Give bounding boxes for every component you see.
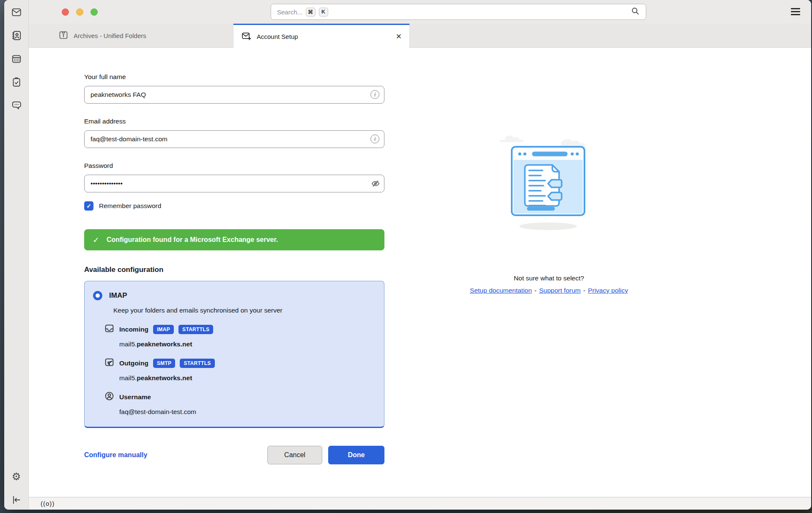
form-footer: Configure manually Cancel Done <box>84 446 384 464</box>
chat-space-icon[interactable] <box>11 100 22 111</box>
document-browser-illustration <box>494 126 604 234</box>
tab-label: Archives - Unified Folders <box>74 32 146 39</box>
help-links: Setup documentation-Support forum-Privac… <box>441 287 657 294</box>
archive-folder-icon <box>58 30 69 41</box>
search-placeholder: Search... <box>277 8 302 16</box>
close-window-button[interactable] <box>62 8 69 16</box>
password-group: Password <box>84 162 384 192</box>
imap-radio-button[interactable] <box>93 291 102 300</box>
help-question: Not sure what to select? <box>441 274 657 282</box>
status-bar: ((o)) <box>29 497 811 510</box>
mail-space-icon[interactable] <box>11 7 22 18</box>
success-check-icon: ✓ <box>93 235 99 245</box>
protocol-name: IMAP <box>109 291 127 300</box>
outgoing-security-badge: STARTTLS <box>180 359 214 368</box>
collapse-sidebar-icon[interactable] <box>11 494 22 505</box>
address-book-space-icon[interactable] <box>11 30 22 41</box>
full-name-label: Your full name <box>84 73 384 81</box>
outgoing-label: Outgoing <box>119 359 148 367</box>
minimize-window-button[interactable] <box>76 8 83 16</box>
user-icon <box>104 391 115 403</box>
available-configuration-heading: Available configuration <box>84 266 384 274</box>
k-keycap: K <box>319 8 328 16</box>
close-tab-icon[interactable]: ✕ <box>396 33 402 40</box>
account-setup-content: Your full name i Email address i Passwor… <box>29 48 811 497</box>
username-label: Username <box>119 393 151 401</box>
incoming-security-badge: STARTTLS <box>178 325 213 334</box>
banner-text: Configuration found for a Microsoft Exch… <box>107 236 278 244</box>
zoom-window-button[interactable] <box>91 8 98 16</box>
remember-password-row: ✓ Remember password <box>84 201 384 211</box>
email-group: Email address i <box>84 118 384 148</box>
app-window: ⚙ Search... ⌘ K <box>4 0 811 510</box>
settings-gear-icon[interactable]: ⚙ <box>11 471 22 482</box>
full-name-field[interactable] <box>84 86 384 104</box>
done-button[interactable]: Done <box>328 446 384 464</box>
password-label: Password <box>84 162 384 170</box>
support-forum-link[interactable]: Support forum <box>539 287 581 294</box>
tab-bar: Archives - Unified Folders Account Setup… <box>29 24 811 48</box>
account-setup-form: Your full name i Email address i Passwor… <box>84 48 384 464</box>
imap-config-card[interactable]: IMAP Keep your folders and emails synchr… <box>84 281 384 428</box>
tasks-space-icon[interactable] <box>11 77 22 88</box>
username-value: faq@test-domain-test.com <box>119 408 374 416</box>
configure-manually-link[interactable]: Configure manually <box>84 451 147 459</box>
email-field[interactable] <box>84 130 384 148</box>
calendar-space-icon[interactable] <box>11 53 22 64</box>
new-account-mail-icon <box>241 31 252 43</box>
incoming-hostname: mail5.peaknetworks.net <box>119 340 374 348</box>
network-status-icon[interactable]: ((o)) <box>41 500 55 507</box>
info-icon[interactable]: i <box>370 134 379 143</box>
cancel-button[interactable]: Cancel <box>267 446 322 464</box>
app-menu-icon[interactable] <box>791 8 800 15</box>
unified-toolbar: Search... ⌘ K <box>29 0 811 24</box>
inbox-icon <box>104 323 115 335</box>
outgoing-hostname: mail5.peaknetworks.net <box>119 374 374 382</box>
remember-password-label[interactable]: Remember password <box>99 202 161 210</box>
traffic-lights <box>62 8 98 16</box>
username-row: Username <box>104 391 374 403</box>
help-column: Not sure what to select? Setup documenta… <box>441 126 657 294</box>
outgoing-protocol-badge: SMTP <box>153 359 176 368</box>
incoming-server-row: Incoming IMAP STARTTLS <box>104 323 374 335</box>
toggle-password-visibility-icon[interactable] <box>371 179 380 188</box>
full-name-group: Your full name i <box>84 73 384 104</box>
password-field[interactable] <box>84 175 384 192</box>
send-mail-icon <box>104 357 115 369</box>
tab-archives-unified-folders[interactable]: Archives - Unified Folders <box>58 24 146 48</box>
tab-label: Account Setup <box>257 33 298 40</box>
spaces-sidebar: ⚙ <box>4 0 29 510</box>
email-label: Email address <box>84 118 384 125</box>
info-icon[interactable]: i <box>370 90 379 99</box>
tab-account-setup[interactable]: Account Setup ✕ <box>233 24 410 48</box>
global-search-input[interactable]: Search... ⌘ K <box>271 4 646 20</box>
remember-password-checkbox[interactable]: ✓ <box>84 201 93 211</box>
incoming-protocol-badge: IMAP <box>153 325 174 334</box>
incoming-label: Incoming <box>119 326 148 333</box>
search-icon[interactable] <box>631 6 640 17</box>
outgoing-server-row: Outgoing SMTP STARTTLS <box>104 357 374 369</box>
setup-documentation-link[interactable]: Setup documentation <box>470 287 532 294</box>
protocol-description: Keep your folders and emails synchronise… <box>113 307 374 314</box>
privacy-policy-link[interactable]: Privacy policy <box>588 287 628 294</box>
config-found-banner: ✓ Configuration found for a Microsoft Ex… <box>84 229 384 250</box>
cmd-keycap: ⌘ <box>306 8 315 16</box>
main-area: Search... ⌘ K <box>29 0 811 510</box>
